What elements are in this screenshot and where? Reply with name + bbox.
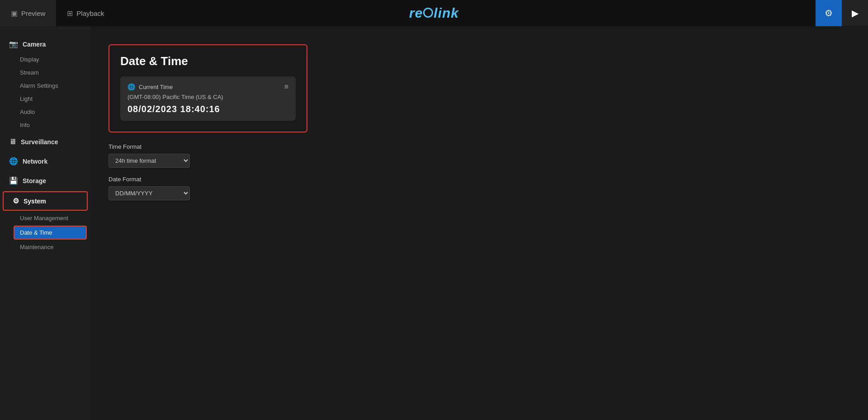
time-format-label: Time Format xyxy=(108,143,850,150)
preview-label: Preview xyxy=(21,9,45,17)
page-title: Date & Time xyxy=(120,54,296,68)
date-format-label: Date Format xyxy=(108,176,850,183)
sidebar-item-alarm-settings[interactable]: Alarm Settings xyxy=(0,79,90,92)
ct-label: 🌐 Current Time xyxy=(127,83,173,90)
topnav-right: ⚙ ▶ xyxy=(816,0,868,26)
sidebar-surveillance-header[interactable]: 🖥 Surveillance xyxy=(0,133,90,151)
sidebar-system-label: System xyxy=(24,198,46,205)
sidebar-section-system: ⚙ System User Management Date & Time Mai… xyxy=(0,191,90,254)
camera-icon: 📷 xyxy=(9,40,18,48)
topnav: ▣ Preview ⊞ Playback relink ⚙ ▶ xyxy=(0,0,868,26)
settings-icon: ⚙ xyxy=(825,8,833,19)
sidebar-network-label: Network xyxy=(23,158,47,165)
sidebar-camera-label: Camera xyxy=(23,41,46,48)
timezone-text: (GMT-08:00) Pacific Time (US & CA) xyxy=(127,94,288,100)
datetime-value: 08/02/2023 18:40:16 xyxy=(127,104,288,114)
system-icon: ⚙ xyxy=(13,197,19,205)
sidebar-camera-header[interactable]: 📷 Camera xyxy=(0,35,90,53)
sidebar-item-light[interactable]: Light xyxy=(0,92,90,105)
sidebar-section-network: 🌐 Network xyxy=(0,152,90,170)
network-icon: 🌐 xyxy=(9,157,18,165)
sidebar-network-header[interactable]: 🌐 Network xyxy=(0,152,90,170)
surveillance-icon: 🖥 xyxy=(9,138,16,146)
sidebar-item-display[interactable]: Display xyxy=(0,53,90,66)
settings-button[interactable]: ⚙ xyxy=(816,0,842,26)
globe-icon: 🌐 xyxy=(127,83,135,90)
logo: relink xyxy=(409,5,459,21)
sidebar-section-camera: 📷 Camera Display Stream Alarm Settings L… xyxy=(0,35,90,132)
sidebar-storage-label: Storage xyxy=(23,177,46,184)
date-format-field: Date Format DD/MM/YYYY MM/DD/YYYY YYYY/M… xyxy=(108,176,850,200)
sidebar-item-stream[interactable]: Stream xyxy=(0,66,90,79)
sidebar-system-header[interactable]: ⚙ System xyxy=(3,191,88,211)
storage-icon: 💾 xyxy=(9,176,18,185)
ct-header: 🌐 Current Time ≡ xyxy=(127,83,288,91)
sidebar-item-audio[interactable]: Audio xyxy=(0,105,90,118)
sidebar-section-surveillance: 🖥 Surveillance xyxy=(0,133,90,151)
layout: 📷 Camera Display Stream Alarm Settings L… xyxy=(0,26,868,420)
time-format-field: Time Format 24h time format 12h time for… xyxy=(108,143,850,168)
menu-icon[interactable]: ≡ xyxy=(284,83,288,91)
main-content: Date & Time 🌐 Current Time ≡ (GMT-08:00)… xyxy=(90,26,868,420)
sidebar-section-storage: 💾 Storage xyxy=(0,172,90,189)
preview-nav-item[interactable]: ▣ Preview xyxy=(0,0,56,26)
arrow-button[interactable]: ▶ xyxy=(842,0,868,26)
topnav-left: ▣ Preview ⊞ Playback xyxy=(0,0,115,26)
current-time-box: 🌐 Current Time ≡ (GMT-08:00) Pacific Tim… xyxy=(120,76,296,121)
time-format-select[interactable]: 24h time format 12h time format xyxy=(108,154,190,168)
current-time-label: Current Time xyxy=(139,84,173,90)
sidebar-item-user-management[interactable]: User Management xyxy=(0,212,90,225)
datetime-card: Date & Time 🌐 Current Time ≡ (GMT-08:00)… xyxy=(108,44,307,132)
sidebar: 📷 Camera Display Stream Alarm Settings L… xyxy=(0,26,90,420)
sidebar-item-maintenance[interactable]: Maintenance xyxy=(0,241,90,254)
sidebar-storage-header[interactable]: 💾 Storage xyxy=(0,172,90,189)
playback-icon: ⊞ xyxy=(67,9,73,18)
sidebar-surveillance-label: Surveillance xyxy=(21,138,58,146)
sidebar-item-info[interactable]: Info xyxy=(0,118,90,132)
arrow-icon: ▶ xyxy=(852,8,859,19)
playback-nav-item[interactable]: ⊞ Playback xyxy=(56,0,115,26)
sidebar-item-date-time[interactable]: Date & Time xyxy=(14,226,87,240)
playback-label: Playback xyxy=(76,9,104,17)
preview-icon: ▣ xyxy=(11,9,18,18)
date-format-select[interactable]: DD/MM/YYYY MM/DD/YYYY YYYY/MM/DD xyxy=(108,186,190,200)
